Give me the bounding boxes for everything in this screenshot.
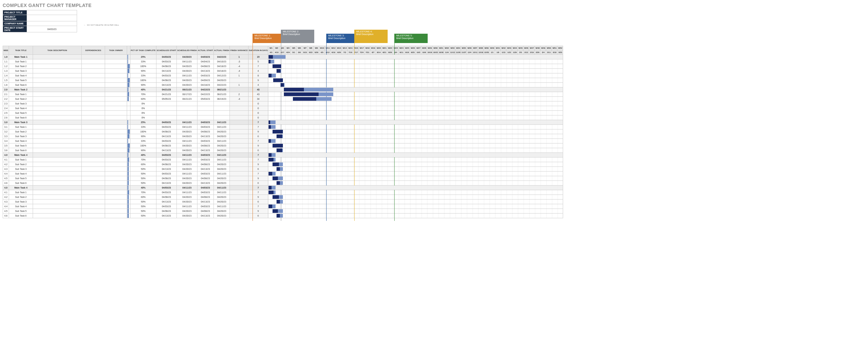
sched-finish-cell[interactable]: 04/11/23 xyxy=(177,186,197,190)
task-title-cell[interactable]: Sub Task 6 xyxy=(9,83,33,87)
sched-start-cell[interactable]: 04/13/23 xyxy=(156,199,177,204)
task-title-cell[interactable]: Sub Task 5 xyxy=(9,78,33,83)
actual-start-cell[interactable]: 04/08/23 xyxy=(197,176,214,181)
deps-cell[interactable] xyxy=(82,97,105,101)
task-desc-cell[interactable] xyxy=(33,172,82,176)
actual-finish-cell[interactable]: 04/10/23 xyxy=(214,59,230,64)
owner-cell[interactable] xyxy=(105,144,127,148)
actual-finish-cell[interactable]: 04/20/23 xyxy=(214,78,230,83)
sub-task-row[interactable]: 1.2Sub Task 2100%04/08/2304/20/2304/08/2… xyxy=(3,64,563,69)
task-title-cell[interactable]: Sub Task 2 xyxy=(9,162,33,167)
sched-finish-cell[interactable] xyxy=(177,111,197,116)
actual-start-cell[interactable]: 04/03/23 xyxy=(197,186,214,190)
sched-finish-cell[interactable]: 04/20/23 xyxy=(177,83,197,87)
owner-cell[interactable] xyxy=(105,134,127,139)
sched-finish-cell[interactable]: 04/20/23 xyxy=(177,134,197,139)
actual-start-cell[interactable]: 04/18/23 xyxy=(197,83,214,87)
sub-task-row[interactable]: 2.6Sub Task 60%0 xyxy=(3,116,563,120)
sub-task-row[interactable]: 4.1Sub Task 170%04/03/2304/11/2304/03/23… xyxy=(3,190,563,195)
owner-cell[interactable] xyxy=(105,204,127,209)
task-desc-cell[interactable] xyxy=(33,144,82,148)
sched-start-cell[interactable]: 04/21/23 xyxy=(156,92,177,97)
task-desc-cell[interactable] xyxy=(33,162,82,167)
task-title-cell[interactable]: Main Task 1 xyxy=(9,55,33,59)
actual-start-cell[interactable]: 04/08/23 xyxy=(197,144,214,148)
owner-cell[interactable] xyxy=(105,73,127,78)
actual-start-cell[interactable]: 04/03/23 xyxy=(197,153,214,157)
sub-task-row[interactable]: 4.5Sub Task 550%04/08/2304/20/2304/08/23… xyxy=(3,176,563,181)
task-title-cell[interactable]: Sub Task 6 xyxy=(9,214,33,218)
actual-start-cell[interactable] xyxy=(197,101,214,106)
sub-task-row[interactable]: 3.5Sub Task 5100%04/08/2304/20/2304/08/2… xyxy=(3,144,563,148)
actual-finish-cell[interactable]: 04/11/23 xyxy=(214,157,230,162)
task-desc-cell[interactable] xyxy=(33,92,82,97)
task-title-cell[interactable]: Main Task 4 xyxy=(9,186,33,190)
owner-cell[interactable] xyxy=(105,153,127,157)
task-title-cell[interactable]: Sub Task 4 xyxy=(9,73,33,78)
actual-finish-cell[interactable]: 04/12/23 xyxy=(214,73,230,78)
sched-start-cell[interactable]: 04/08/23 xyxy=(156,195,177,199)
deps-cell[interactable] xyxy=(82,87,105,92)
actual-start-cell[interactable]: 04/03/23 xyxy=(197,73,214,78)
owner-cell[interactable] xyxy=(105,111,127,116)
main-task-row[interactable]: 1.0Main Task 125%04/03/2304/20/2304/03/2… xyxy=(3,55,563,59)
owner-cell[interactable] xyxy=(105,64,127,69)
sched-finish-cell[interactable]: 04/11/23 xyxy=(177,204,197,209)
deps-cell[interactable] xyxy=(82,195,105,199)
task-title-cell[interactable]: Sub Task 4 xyxy=(9,204,33,209)
owner-cell[interactable] xyxy=(105,125,127,129)
sched-start-cell[interactable]: 04/03/23 xyxy=(156,153,177,157)
actual-finish-cell[interactable] xyxy=(214,106,230,111)
owner-cell[interactable] xyxy=(105,59,127,64)
deps-cell[interactable] xyxy=(82,69,105,73)
actual-finish-cell[interactable]: 04/11/23 xyxy=(214,139,230,144)
sub-task-row[interactable]: 2.3Sub Task 30%0 xyxy=(3,101,563,106)
task-desc-cell[interactable] xyxy=(33,209,82,214)
task-title-cell[interactable]: Sub Task 2 xyxy=(9,64,33,69)
deps-cell[interactable] xyxy=(82,59,105,64)
sched-finish-cell[interactable]: 04/20/23 xyxy=(177,209,197,214)
deps-cell[interactable] xyxy=(82,176,105,181)
actual-finish-cell[interactable]: 04/18/23 xyxy=(214,64,230,69)
sched-finish-cell[interactable]: 04/20/23 xyxy=(177,148,197,153)
actual-start-cell[interactable]: 04/22/23 xyxy=(197,92,214,97)
sub-task-row[interactable]: 4.5Sub Task 550%04/08/2304/20/2304/08/23… xyxy=(3,209,563,214)
task-title-cell[interactable]: Sub Task 4 xyxy=(9,106,33,111)
sched-start-cell[interactable]: 04/03/23 xyxy=(156,204,177,209)
actual-finish-cell[interactable]: 04/20/23 xyxy=(214,181,230,186)
actual-start-cell[interactable]: 04/03/23 xyxy=(197,204,214,209)
sched-finish-cell[interactable]: 04/11/23 xyxy=(177,157,197,162)
main-task-row[interactable]: 4.0Main Task 440%04/03/2304/11/2304/03/2… xyxy=(3,153,563,157)
task-title-cell[interactable]: Sub Task 2 xyxy=(9,129,33,134)
owner-cell[interactable] xyxy=(105,181,127,186)
sched-start-cell[interactable]: 04/13/23 xyxy=(156,181,177,186)
actual-finish-cell[interactable]: 04/11/23 xyxy=(214,204,230,209)
deps-cell[interactable] xyxy=(82,125,105,129)
sub-task-row[interactable]: 3.6Sub Task 690%04/13/2304/20/2304/13/23… xyxy=(3,148,563,153)
actual-finish-cell[interactable]: 06/19/23 xyxy=(214,97,230,101)
actual-finish-cell[interactable]: 04/11/23 xyxy=(214,125,230,129)
sub-task-row[interactable]: 3.4Sub Task 433%04/03/2304/11/2304/03/23… xyxy=(3,139,563,144)
task-desc-cell[interactable] xyxy=(33,101,82,106)
sub-task-row[interactable]: 2.2Sub Task 260%05/05/2306/21/2305/03/23… xyxy=(3,97,563,101)
task-title-cell[interactable]: Sub Task 5 xyxy=(9,111,33,116)
task-desc-cell[interactable] xyxy=(33,97,82,101)
sched-start-cell[interactable]: 04/03/23 xyxy=(156,120,177,125)
info-value[interactable] xyxy=(27,15,77,21)
task-title-cell[interactable]: Sub Task 6 xyxy=(9,148,33,153)
sub-task-row[interactable]: 1.3Sub Task 390%04/13/2304/20/2304/13/23… xyxy=(3,69,563,73)
actual-start-cell[interactable]: 04/13/23 xyxy=(197,199,214,204)
sub-task-row[interactable]: 1.6Sub Task 690%04/13/2304/20/2304/18/23… xyxy=(3,83,563,87)
sched-finish-cell[interactable]: 04/20/23 xyxy=(177,129,197,134)
task-title-cell[interactable]: Sub Task 3 xyxy=(9,101,33,106)
actual-start-cell[interactable]: 04/13/23 xyxy=(197,69,214,73)
owner-cell[interactable] xyxy=(105,199,127,204)
task-desc-cell[interactable] xyxy=(33,190,82,195)
sub-task-row[interactable]: 2.4Sub Task 40%0 xyxy=(3,106,563,111)
main-task-row[interactable]: 2.0Main Task 240%04/21/2306/21/2304/22/2… xyxy=(3,87,563,92)
actual-finish-cell[interactable] xyxy=(214,111,230,116)
task-title-cell[interactable]: Main Task 3 xyxy=(9,120,33,125)
task-desc-cell[interactable] xyxy=(33,73,82,78)
info-value[interactable] xyxy=(27,21,77,26)
actual-finish-cell[interactable]: 04/20/23 xyxy=(214,167,230,172)
